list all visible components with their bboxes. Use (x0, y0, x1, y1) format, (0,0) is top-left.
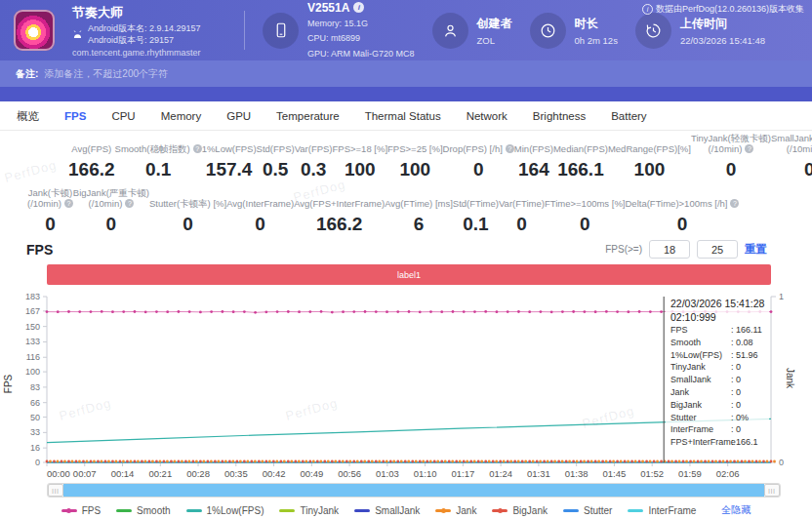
series-BigJank-dot (499, 460, 502, 463)
series-Jank-dot (93, 460, 96, 463)
metric-value: 100 (399, 159, 430, 180)
series-Jank-dot (63, 460, 66, 463)
legend-item-bigjank[interactable]: BigJank (492, 505, 548, 516)
x-tick-label: 02:06 (716, 468, 740, 479)
series-BigJank-dot (682, 460, 685, 463)
series-BigJank-dot (206, 460, 209, 463)
metric-value: 0 (804, 159, 812, 180)
legend-item-smooth[interactable]: Smooth (116, 505, 170, 516)
reset-button[interactable]: 重置 (745, 242, 767, 257)
y-tick-label: 16 (30, 443, 40, 453)
tab-概览[interactable]: 概览 (4, 101, 52, 131)
series-FPS-dot (264, 310, 267, 313)
metric: Var(FTime)0 (499, 187, 545, 240)
help-icon[interactable]: ? (730, 199, 739, 208)
header-divider (244, 11, 245, 50)
series-Jank-dot (378, 460, 381, 463)
tab-brightness[interactable]: Brightness (520, 101, 598, 131)
series-Jank-dot (319, 460, 322, 463)
metric-label: Stutter(卡顿率) [%] (149, 198, 226, 209)
app-package: com.tencent.game.rhythmmaster (72, 48, 226, 58)
device-info-icon[interactable]: i (353, 2, 364, 13)
legend-item-stutter[interactable]: Stutter (563, 505, 612, 516)
help-icon[interactable]: ? (125, 199, 134, 208)
tooltip-row: Jank: 0 (670, 386, 764, 399)
series-FPS-dot (331, 311, 334, 314)
chart-range-scrollbar[interactable]: ||| ||| (47, 483, 781, 498)
series-BigJank-dot (235, 460, 238, 463)
tab-temperature[interactable]: Temperature (264, 101, 352, 131)
series-BigJank-dot (507, 460, 509, 463)
series-BigJank-dot (704, 460, 707, 463)
x-tick-label: 00:21 (148, 468, 172, 479)
legend-item-1-low-fps-[interactable]: 1%Low(FPS) (186, 505, 264, 516)
series-Jank-dot (239, 460, 242, 463)
x-tick-label: 00:28 (186, 468, 210, 479)
scrollbar-right-handle[interactable]: ||| (764, 484, 780, 497)
series-Jank-dot (597, 460, 600, 463)
metric-value: 0 (106, 214, 117, 235)
series-FPS-dot (660, 310, 663, 313)
tab-battery[interactable]: Battery (598, 101, 659, 131)
series-FPS-dot (155, 310, 158, 313)
legend-label: InterFrame (648, 505, 696, 516)
legend-marker (492, 507, 508, 514)
help-icon[interactable]: ? (64, 199, 73, 208)
legend-item-jank[interactable]: Jank (435, 505, 476, 516)
series-Jank-dot (553, 460, 556, 463)
metric-value: 0 (516, 214, 527, 235)
series-BigJank-dot (126, 460, 129, 463)
legend-item-interframe[interactable]: InterFrame (628, 505, 696, 516)
series-Jank-dot (766, 460, 769, 463)
help-icon[interactable]: ? (193, 144, 202, 153)
metric-label: BigJank(严重卡顿) (73, 187, 149, 198)
series-BigJank-dot (557, 460, 560, 463)
tab-gpu[interactable]: GPU (214, 101, 264, 131)
scene-label-banner[interactable]: label1 (47, 264, 771, 285)
metric-label: Jank(卡顿) (28, 187, 72, 198)
y-tick-label: 167 (25, 306, 40, 316)
series-BigJank-dot (367, 460, 370, 463)
metric: Min(FPS)164 (514, 133, 553, 185)
series-BigJank-dot (308, 460, 311, 463)
metric-label: (/10min) (787, 143, 812, 154)
series-FPS-dot (46, 310, 49, 313)
series-Jank-dot (57, 460, 60, 463)
series-BigJank-dot (323, 460, 326, 463)
help-icon[interactable]: ? (506, 144, 514, 153)
help-icon[interactable]: ? (745, 144, 753, 153)
legend-item-tinyjank[interactable]: TinyJank (279, 505, 339, 516)
series-FPS-dot (605, 310, 608, 313)
tab-network[interactable]: Network (454, 101, 520, 131)
legend-item-smalljank[interactable]: SmallJank (354, 505, 420, 516)
note-bar[interactable]: 备注: 添加备注，不超过200个字符 (0, 60, 812, 87)
tab-cpu[interactable]: CPU (99, 101, 147, 131)
series-BigJank-dot (689, 460, 692, 463)
upload-time-label: 上传时间 (680, 16, 765, 32)
series-FPS-dot (638, 310, 641, 313)
device-model: V2551A (307, 1, 349, 15)
scrollbar-range[interactable] (63, 484, 764, 497)
tab-memory[interactable]: Memory (148, 101, 215, 131)
series-BigJank-dot (609, 460, 612, 463)
fps-threshold-input-1[interactable] (649, 240, 690, 259)
x-tick-label: 00:14 (111, 468, 135, 479)
phone-icon (263, 13, 299, 49)
series-BigJank-dot (448, 460, 451, 463)
scrollbar-left-handle[interactable]: ||| (48, 484, 63, 497)
legend-item-fps[interactable]: FPS (61, 505, 101, 516)
series-FPS-dot (90, 310, 93, 313)
data-source-note: i 数据由PerfDog(12.0.260136)版本收集 (642, 3, 804, 16)
tab-thermal-status[interactable]: Thermal Status (352, 101, 454, 131)
series-Jank-dot (231, 460, 234, 463)
series-BigJank-dot (630, 460, 633, 463)
series-FPS-dot (770, 310, 773, 313)
hide-all-link[interactable]: 全隐藏 (721, 503, 751, 517)
fps-threshold-input-2[interactable] (697, 240, 738, 259)
device-gpu: GPU: ARM Mali-G720 MC8 (307, 48, 415, 60)
section-title: FPS (26, 242, 53, 258)
tab-fps[interactable]: FPS (52, 101, 99, 131)
metric-label: Avg(FTime) [ms] (385, 198, 453, 209)
series-BigJank-dot (463, 460, 466, 463)
metric: Avg(FPS)166.2 (68, 133, 115, 185)
